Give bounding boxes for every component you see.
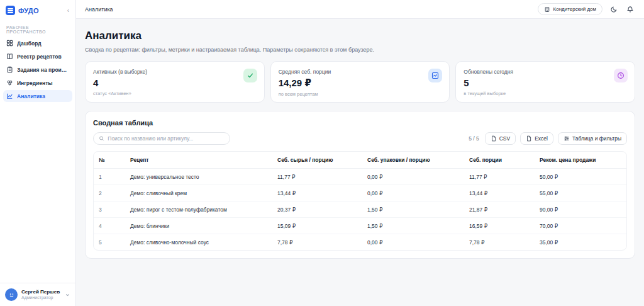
table-filters-label: Таблица и фильтры [572, 135, 621, 142]
export-excel-button[interactable]: Excel [520, 132, 553, 145]
breadcrumb: Аналитика [85, 6, 113, 13]
export-csv-button[interactable]: CSV [485, 132, 516, 145]
column-header: Рецепт [125, 152, 272, 169]
sidebar: ФУДО ‹ РАБОЧЕЕ ПРОСТРАНСТВО Дашборд Реес… [0, 0, 76, 306]
app-logo-icon [6, 6, 15, 15]
stat-value: 4 [93, 77, 257, 88]
analytics-chart-icon [6, 93, 13, 99]
stat-value: 5 [464, 77, 627, 88]
cell-raw-cost: 20,37 ₽ [272, 201, 362, 218]
panel-title: Сводная таблица [93, 119, 627, 127]
cell-pack-cost: 1,50 ₽ [362, 201, 464, 218]
main-area: Аналитика Кондитерский дом Аналитика Сво… [76, 0, 644, 306]
column-header: Себ. порции [464, 152, 535, 169]
sidebar-collapse-button[interactable]: ‹ [67, 8, 70, 14]
cell-pack-cost: 0,00 ₽ [362, 234, 464, 251]
cell-rec-price: 50,00 ₽ [535, 169, 627, 185]
stat-value: 14,29 ₽ [279, 77, 442, 89]
bell-icon [626, 6, 634, 13]
page-title: Аналитика [85, 30, 635, 42]
line-chart-icon [428, 69, 442, 82]
export-csv-label: CSV [499, 135, 510, 142]
cell-num: 4 [94, 218, 125, 234]
page-content: Аналитика Сводка по рецептам: фильтры, м… [76, 19, 644, 306]
logo: ФУДО ‹ [0, 0, 75, 20]
data-table: № Рецепт Себ. сырья / порцию Себ. упаков… [93, 151, 627, 251]
table-row: 1 Демо: универсальное тесто 11,77 ₽ 0,00… [94, 169, 627, 185]
topbar: Аналитика Кондитерский дом [76, 0, 644, 19]
moon-icon [610, 6, 618, 13]
sidebar-item-ingredients[interactable]: Ингредиенты [3, 77, 72, 89]
file-icon [491, 135, 497, 142]
stat-card-avg-cost: Средняя себ. порции 14,29 ₽ по всем реце… [270, 61, 450, 103]
cell-recipe: Демо: сливочный крем [125, 185, 272, 201]
check-icon [243, 69, 257, 82]
column-header: Себ. сырья / порцию [272, 152, 362, 169]
chevron-down-icon [65, 289, 70, 300]
column-header: № [94, 152, 125, 169]
avatar [5, 288, 18, 301]
table-row: 2 Демо: сливочный крем 13,44 ₽ 0,00 ₽ 13… [94, 185, 627, 201]
ingredients-icon [6, 79, 13, 86]
sidebar-section-label: РАБОЧЕЕ ПРОСТРАНСТВО [0, 20, 75, 37]
stat-label: Средняя себ. порции [279, 69, 442, 75]
search-input[interactable] [108, 135, 225, 142]
table-controls: 5 / 5 CSV Excel Таблица и фильтры [93, 132, 627, 145]
cell-recipe: Демо: блинчики [125, 218, 272, 234]
cell-pack-cost: 1,50 ₽ [362, 218, 464, 234]
pivot-table-panel: Сводная таблица 5 / 5 CSV [85, 111, 635, 259]
search-box [93, 132, 230, 145]
page-subtitle: Сводка по рецептам: фильтры, метрики и н… [85, 47, 635, 53]
sidebar-item-label: Реестр рецептов [17, 54, 62, 60]
organization-button[interactable]: Кондитерский дом [538, 3, 602, 15]
table-row: 5 Демо: сливочно-молочный соус 7,78 ₽ 0,… [94, 234, 627, 251]
table-row: 4 Демо: блинчики 15,09 ₽ 1,50 ₽ 16,59 ₽ … [94, 218, 627, 234]
organization-label: Кондитерский дом [553, 6, 596, 12]
sidebar-item-label: Ингредиенты [17, 80, 53, 86]
row-count: 5 / 5 [469, 135, 479, 142]
cell-recipe: Демо: универсальное тесто [125, 169, 272, 185]
theme-toggle-button[interactable] [609, 4, 619, 14]
sidebar-nav: Дашборд Реестр рецептов Задания на произ… [0, 37, 75, 102]
table-row: 3 Демо: пирог с тестом-полуфабрикатом 20… [94, 201, 627, 218]
cell-num: 1 [94, 169, 125, 185]
cell-rec-price: 55,00 ₽ [535, 185, 627, 201]
clock-icon [614, 69, 628, 82]
column-header: Реком. цена продажи [535, 152, 627, 169]
stat-label: Обновлены сегодня [464, 69, 627, 75]
cell-portion-cost: 16,59 ₽ [464, 218, 535, 234]
sidebar-item-label: Задания на производст... [17, 67, 69, 73]
cell-portion-cost: 21,87 ₽ [464, 201, 535, 218]
app-logo-text: ФУДО [18, 7, 39, 14]
file-icon [526, 135, 532, 142]
stat-card-updated-today: Обновлены сегодня 5 в текущей выборке [455, 61, 635, 103]
sidebar-item-analytics[interactable]: Аналитика [3, 90, 72, 102]
user-role: Администратор [21, 295, 60, 301]
cell-rec-price: 70,00 ₽ [535, 218, 627, 234]
cell-rec-price: 90,00 ₽ [535, 201, 627, 218]
table-header-row: № Рецепт Себ. сырья / порцию Себ. упаков… [94, 152, 627, 169]
user-name: Сергей Першев [21, 289, 60, 295]
sidebar-item-production-tasks[interactable]: Задания на производст... [3, 64, 72, 76]
cell-raw-cost: 13,44 ₽ [272, 185, 362, 201]
column-header: Себ. упаковки / порцию [362, 152, 464, 169]
notifications-button[interactable] [625, 4, 635, 14]
cell-pack-cost: 0,00 ₽ [362, 185, 464, 201]
stat-subtext: по всем рецептам [279, 91, 442, 97]
table-filters-button[interactable]: Таблица и фильтры [558, 132, 627, 145]
stat-card-active: Активных (в выборке) 4 статус «Активен» [85, 61, 265, 103]
sliders-icon [564, 135, 570, 142]
user-menu[interactable]: Сергей Першев Администратор [0, 283, 75, 306]
tasks-clipboard-icon [6, 66, 13, 73]
cell-recipe: Демо: сливочно-молочный соус [125, 234, 272, 251]
app-window: ФУДО ‹ РАБОЧЕЕ ПРОСТРАНСТВО Дашборд Реес… [0, 0, 644, 306]
dashboard-icon [6, 40, 13, 47]
sidebar-item-dashboard[interactable]: Дашборд [3, 37, 72, 49]
sidebar-item-recipes[interactable]: Реестр рецептов [3, 50, 72, 62]
cell-recipe: Демо: пирог с тестом-полуфабрикатом [125, 201, 272, 218]
building-icon [544, 6, 550, 13]
cell-portion-cost: 11,77 ₽ [464, 169, 535, 185]
recipes-book-icon [6, 53, 13, 60]
sidebar-item-label: Аналитика [17, 93, 45, 99]
stat-label: Активных (в выборке) [93, 69, 257, 75]
